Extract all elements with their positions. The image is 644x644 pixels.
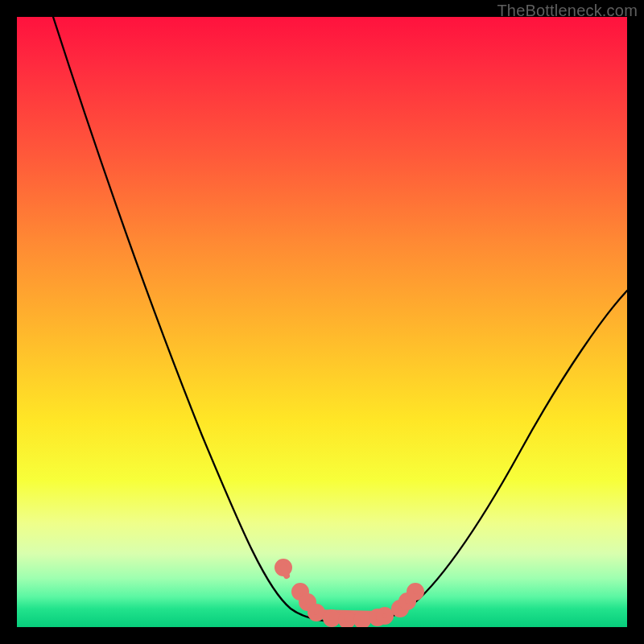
svg-point-2: [295, 586, 306, 597]
svg-point-14: [410, 586, 421, 597]
chart-frame: TheBottleneck.com: [0, 0, 644, 644]
svg-point-8: [357, 614, 368, 625]
svg-point-13: [402, 596, 413, 607]
svg-point-11: [394, 603, 406, 614]
svg-line-1: [283, 568, 287, 576]
bottleneck-curve-svg: [17, 17, 627, 627]
svg-point-0: [278, 562, 289, 573]
svg-point-9: [372, 612, 383, 623]
svg-line-12: [407, 592, 415, 601]
svg-point-7: [341, 614, 353, 625]
bottleneck-curve-path: [53, 17, 627, 622]
svg-point-3: [302, 597, 313, 608]
watermark-text: TheBottleneck.com: [497, 2, 638, 20]
svg-line-4: [316, 613, 378, 614]
chart-plot-area: [17, 17, 627, 627]
highlight-dots-group: [278, 562, 421, 625]
svg-point-5: [311, 607, 322, 618]
svg-point-10: [379, 610, 390, 621]
svg-point-6: [326, 613, 337, 624]
